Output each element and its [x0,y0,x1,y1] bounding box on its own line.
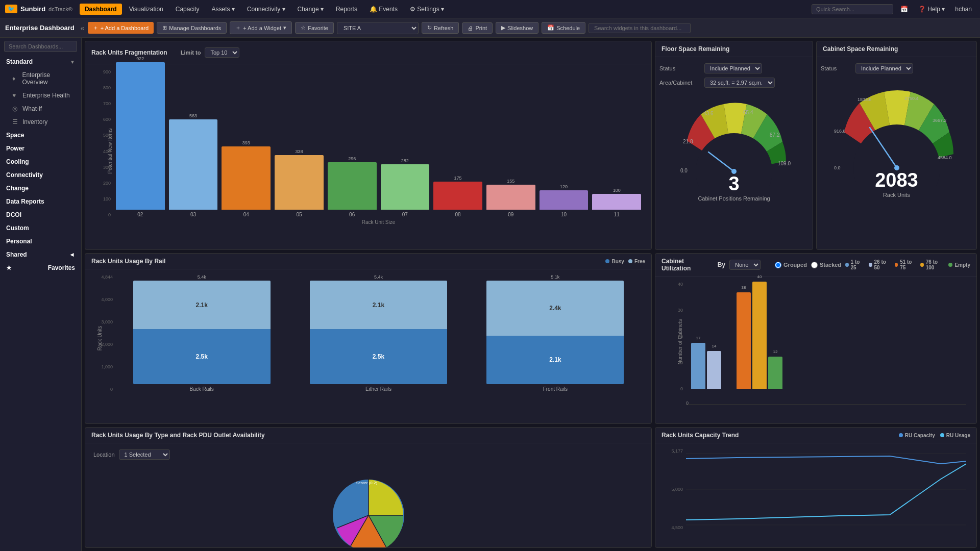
cabinet-util-stacked-radio[interactable]: Stacked [811,262,841,268]
legend-ru-capacity: RU Capacity [899,433,935,438]
dashboard-toolbar: Enterprise Dashboard « ＋ + Add a Dashboa… [0,18,980,38]
rail-legend: Busy Free [605,259,645,264]
util-bar-26-50-g1: 14 [707,351,721,389]
cabinet-space-status-select[interactable]: Include Planned [855,63,913,73]
type-pdu-header: Rack Units Usage By Type and Rack PDU Ou… [85,428,651,443]
sidebar: Standard ▼ ♦ Enterprise Overview ♥ Enter… [0,38,82,551]
sidebar-group-space[interactable]: Space [0,129,81,142]
sidebar-group-power[interactable]: Power [0,142,81,155]
nav-change[interactable]: Change ▾ [292,4,329,15]
schedule-button[interactable]: 📅 Schedule [542,22,585,34]
refresh-button[interactable]: ↻ Refresh [422,22,459,34]
logo-icon: 🐦 [5,5,17,13]
nav-dashboard[interactable]: Dashboard [80,4,122,15]
legend-1-25-dot [845,263,848,267]
widget-search-input[interactable] [589,23,691,33]
capacity-trend-legend: RU Capacity RU Usage [899,433,970,438]
bar-06-fill [328,162,377,210]
fragmentation-limit-select[interactable]: Top 10 [205,47,239,58]
nav-capacity[interactable]: Capacity [170,4,205,15]
sidebar-item-enterprise-overview[interactable]: ♦ Enterprise Overview [0,68,81,89]
sidebar-group-change[interactable]: Change [0,182,81,195]
floor-space-header: Floor Space Remaining [655,41,813,57]
cabinet-util-grouped-radio[interactable]: Grouped [775,262,807,268]
util-bar-1-25-g1: 17 [691,343,705,389]
sidebar-item-what-if[interactable]: ◎ What-if [0,102,81,115]
standard-arrow-icon: ▼ [70,59,75,65]
legend-76-100-dot [920,263,923,267]
cabinet-util-by-select[interactable]: None [729,260,761,270]
calendar-icon[interactable]: 📅 [897,5,911,14]
floor-space-area-row: Area/Cabinet 32 sq.ft. = 2.97 sq.m. [659,76,808,90]
fragmentation-chart-area: Potential New Items 90080070060050040030… [85,64,651,238]
fragmentation-filter: Limit to Top 10 [177,45,244,60]
busy-dot [605,259,609,263]
enterprise-health-icon: ♥ [12,92,19,99]
sidebar-item-inventory[interactable]: ☰ Inventory [0,115,81,129]
user-menu[interactable]: hchan [952,5,975,14]
sidebar-group-cooling[interactable]: Cooling [0,155,81,168]
help-button[interactable]: ❓ Help ▾ [915,5,948,14]
add-widget-button[interactable]: ＋ + Add a Widget ▾ [230,21,292,34]
global-search-input[interactable] [812,4,893,14]
legend-empty: Empty [948,262,970,268]
type-pdu-pie-svg: Server (0.2) [317,467,420,548]
bar-05-fill [275,155,324,210]
star-icon: ★ [6,264,12,271]
floor-space-gauge: 0.0 21.8 43.6 65.4 87.2 109.0 3 Cabinet … [659,95,808,202]
svg-text:65.4: 65.4 [743,110,753,115]
bar-11-fill [592,194,641,210]
nav-visualization[interactable]: Visualization [124,4,168,15]
legend-51-75: 51 to 75 [895,259,916,270]
sidebar-group-custom[interactable]: Custom [0,221,81,235]
nav-right-section: 📅 ❓ Help ▾ hchan [812,4,975,14]
sidebar-group-favorites[interactable]: ★ Favorites [0,261,81,274]
util-x-axis-line [686,404,966,405]
sidebar-search-input[interactable] [4,41,77,52]
cabinet-space-gauge: 0.0 916.8 1833.6 2750.4 3667.2 4584.0 20… [821,84,972,198]
floor-space-status-select[interactable]: Include Planned [704,63,762,73]
collapse-sidebar-button[interactable]: « [81,24,85,32]
floor-space-body: Status Include Planned Area/Cabinet 32 s… [655,57,813,206]
util-y-axis: 403020100 [663,282,683,391]
bar-04-fill [222,146,271,210]
bar-03-fill [169,119,218,210]
bar-10-fill [540,190,589,210]
svg-text:0.0: 0.0 [834,165,841,170]
nav-events[interactable]: 🔔 Events [364,4,403,15]
favorite-button[interactable]: ☆ Favorite [295,22,334,34]
bar-03: 563 03 [169,113,218,217]
add-dashboard-icon: ＋ [93,24,99,32]
ru-usage-dot [940,433,944,437]
util-group-1: 17 14 [691,343,721,389]
site-selector[interactable]: SITE A [337,22,419,34]
rail-legend-free: Free [628,259,645,264]
sidebar-group-shared[interactable]: Shared ◄ [0,248,81,261]
y-axis-values: 9008007006005004003002001000 [92,69,111,217]
floor-space-area-select[interactable]: 32 sq.ft. = 2.97 sq.m. [704,78,775,88]
bar-08-fill [433,182,482,210]
manage-dashboards-button[interactable]: ⊞ Manage Dashboards [157,22,227,34]
add-widget-icon: ＋ [235,24,241,32]
nav-settings[interactable]: ⚙ Settings ▾ [405,4,449,15]
nav-connectivity[interactable]: Connectivity ▾ [242,4,290,15]
add-dashboard-button[interactable]: ＋ + Add a Dashboard [88,22,154,34]
sidebar-group-data-reports[interactable]: Data Reports [0,195,81,208]
print-button[interactable]: 🖨 Print [462,22,493,34]
sidebar-group-standard[interactable]: Standard ▼ [0,55,81,68]
type-pdu-filter: Location 1 Selected [89,447,647,462]
cabinet-util-header: Cabinet Utilization By None Grouped Stac… [655,254,976,277]
sidebar-group-personal[interactable]: Personal [0,235,81,248]
nav-assets[interactable]: Assets ▾ [206,4,239,15]
bar-10: 120 10 [540,184,589,217]
sidebar-group-connectivity[interactable]: Connectivity [0,168,81,182]
sidebar-group-dcoi[interactable]: DCOI [0,208,81,221]
what-if-icon: ◎ [12,105,19,112]
nav-reports[interactable]: Reports [331,4,362,15]
slideshow-button[interactable]: ▶ Slideshow [496,22,538,34]
bar-02-fill [116,62,165,210]
type-pdu-location-select[interactable]: 1 Selected [119,449,170,460]
cabinet-util-legend: 1 to 25 26 to 50 51 to 75 76 to 100 [845,259,970,270]
sidebar-item-enterprise-health[interactable]: ♥ Enterprise Health [0,89,81,102]
svg-text:87.2: 87.2 [770,132,780,138]
